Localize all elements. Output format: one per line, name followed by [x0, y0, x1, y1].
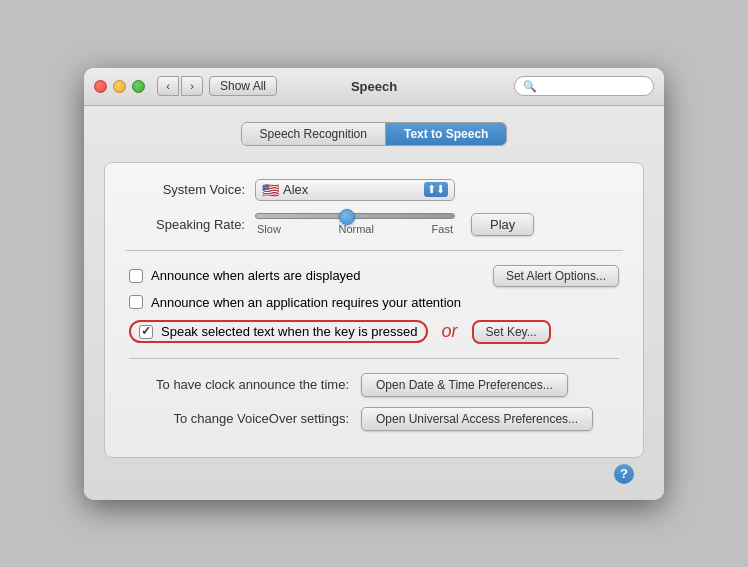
divider: [125, 250, 623, 251]
fast-label: Fast: [432, 223, 453, 235]
window-title: Speech: [351, 79, 397, 94]
divider-2: [129, 358, 619, 359]
speak-selected-label: Speak selected text when the key is pres…: [161, 324, 418, 339]
speaking-rate-row: Speaking Rate: Slow Normal Fast Play: [125, 213, 623, 236]
dropdown-arrow-icon: ⬆⬇: [424, 182, 448, 197]
system-voice-label: System Voice:: [125, 182, 245, 197]
speech-window: ‹ › Show All Speech 🔍 Speech Recognition…: [84, 68, 664, 500]
traffic-lights: [94, 80, 145, 93]
announce-alerts-label: Announce when alerts are displayed: [151, 268, 361, 283]
voice-select[interactable]: 🇺🇸 Alex ⬆⬇: [255, 179, 455, 201]
announce-attention-row: Announce when an application requires yo…: [129, 295, 619, 310]
content-area: Speech Recognition Text to Speech System…: [84, 106, 664, 500]
speak-selected-row: Speak selected text when the key is pres…: [129, 320, 619, 344]
back-button[interactable]: ‹: [157, 76, 179, 96]
clock-label: To have clock announce the time:: [129, 377, 349, 392]
or-label: or: [442, 321, 458, 342]
flag-icon: 🇺🇸: [262, 182, 279, 198]
voice-name: Alex: [283, 182, 424, 197]
speak-selected-highlight: Speak selected text when the key is pres…: [129, 320, 428, 343]
minimize-button[interactable]: [113, 80, 126, 93]
open-date-time-prefs-button[interactable]: Open Date & Time Preferences...: [361, 373, 568, 397]
maximize-button[interactable]: [132, 80, 145, 93]
set-alert-options-button[interactable]: Set Alert Options...: [493, 265, 619, 287]
announce-attention-checkbox[interactable]: [129, 295, 143, 309]
speaking-rate-label: Speaking Rate:: [125, 217, 245, 232]
slider-track[interactable]: [255, 213, 455, 219]
normal-label: Normal: [338, 223, 373, 235]
system-voice-row: System Voice: 🇺🇸 Alex ⬆⬇: [125, 179, 623, 201]
bottom-row: ?: [104, 464, 644, 484]
announce-attention-label: Announce when an application requires yo…: [151, 295, 461, 310]
speaking-rate-slider-container: Slow Normal Fast: [255, 213, 455, 235]
search-box[interactable]: 🔍: [514, 76, 654, 96]
announce-alerts-row: Announce when alerts are displayed Set A…: [129, 265, 619, 287]
slow-label: Slow: [257, 223, 281, 235]
play-button[interactable]: Play: [471, 213, 534, 236]
announce-alerts-checkbox[interactable]: [129, 269, 143, 283]
voiceover-prefs-row: To change VoiceOver settings: Open Unive…: [129, 407, 619, 431]
forward-button[interactable]: ›: [181, 76, 203, 96]
nav-buttons: ‹ ›: [157, 76, 203, 96]
open-universal-access-prefs-button[interactable]: Open Universal Access Preferences...: [361, 407, 593, 431]
search-input[interactable]: [541, 79, 645, 93]
tab-text-to-speech[interactable]: Text to Speech: [386, 123, 506, 145]
tab-row: Speech Recognition Text to Speech: [104, 122, 644, 146]
tab-group: Speech Recognition Text to Speech: [241, 122, 508, 146]
titlebar: ‹ › Show All Speech 🔍: [84, 68, 664, 106]
slider-labels: Slow Normal Fast: [255, 223, 455, 235]
search-icon: 🔍: [523, 80, 537, 93]
clock-prefs-row: To have clock announce the time: Open Da…: [129, 373, 619, 397]
set-key-button[interactable]: Set Key...: [472, 320, 551, 344]
tab-speech-recognition[interactable]: Speech Recognition: [242, 123, 386, 145]
show-all-button[interactable]: Show All: [209, 76, 277, 96]
main-panel: System Voice: 🇺🇸 Alex ⬆⬇ Speaking Rate: …: [104, 162, 644, 458]
speak-selected-checkbox[interactable]: [139, 325, 153, 339]
close-button[interactable]: [94, 80, 107, 93]
voiceover-label: To change VoiceOver settings:: [129, 411, 349, 426]
help-button[interactable]: ?: [614, 464, 634, 484]
options-section: Announce when alerts are displayed Set A…: [125, 265, 623, 431]
